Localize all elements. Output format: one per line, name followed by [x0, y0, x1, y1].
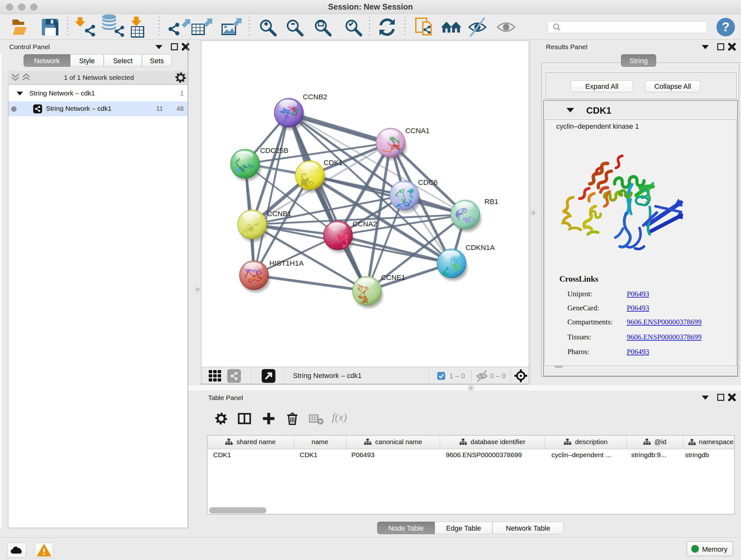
svg-text:CCNA1: CCNA1 [405, 127, 429, 135]
svg-text:CCNB1: CCNB1 [267, 210, 291, 218]
svg-text:RB1: RB1 [484, 198, 498, 206]
svg-text:CDK1: CDK1 [324, 159, 343, 167]
svg-text:CDC6: CDC6 [418, 179, 437, 186]
svg-text:CCNA2: CCNA2 [353, 220, 377, 228]
svg-text:CCNE1: CCNE1 [381, 273, 405, 282]
svg-text:?: ? [722, 20, 730, 34]
svg-text:CDC25B: CDC25B [260, 146, 288, 154]
svg-text:CDKN1A: CDKN1A [466, 244, 495, 252]
svg-text:HIST1H1A: HIST1H1A [269, 259, 304, 267]
svg-text:CCNB2: CCNB2 [303, 93, 327, 101]
